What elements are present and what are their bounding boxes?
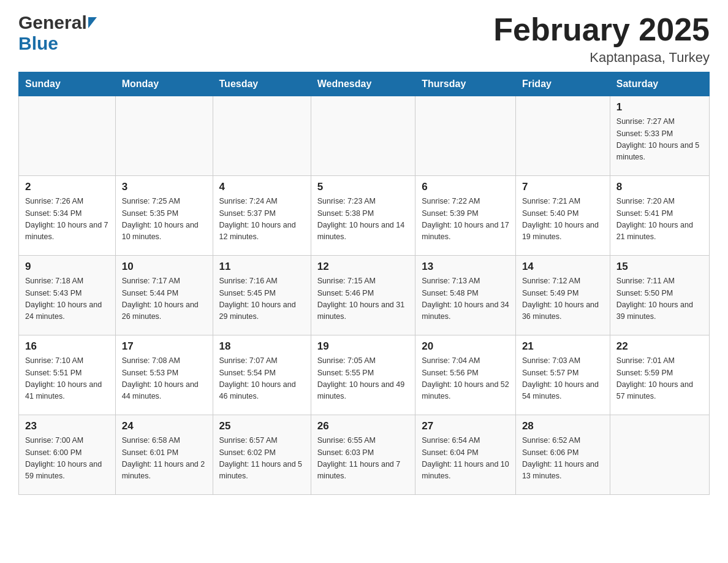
day-number: 20: [422, 340, 509, 353]
day-number: 25: [219, 420, 305, 432]
day-info: Sunrise: 6:58 AM Sunset: 6:01 PM Dayligh…: [122, 435, 207, 483]
day-info: Sunrise: 7:20 AM Sunset: 5:41 PM Dayligh…: [616, 196, 703, 243]
col-thursday: Thursday: [415, 72, 516, 96]
day-number: 4: [219, 181, 305, 193]
day-number: 10: [122, 261, 207, 273]
calendar-cell: [115, 96, 213, 176]
day-info: Sunrise: 7:18 AM Sunset: 5:43 PM Dayligh…: [25, 275, 109, 323]
logo-general-text: General: [18, 12, 87, 33]
calendar-week-2: 2Sunrise: 7:26 AM Sunset: 5:34 PM Daylig…: [19, 176, 710, 256]
day-info: Sunrise: 7:12 AM Sunset: 5:49 PM Dayligh…: [522, 275, 604, 323]
day-number: 17: [122, 340, 207, 353]
day-info: Sunrise: 6:52 AM Sunset: 6:06 PM Dayligh…: [522, 435, 604, 483]
day-info: Sunrise: 7:24 AM Sunset: 5:37 PM Dayligh…: [219, 196, 305, 243]
calendar-cell: [311, 96, 415, 176]
calendar-body: 1Sunrise: 7:27 AM Sunset: 5:33 PM Daylig…: [19, 96, 710, 495]
day-info: Sunrise: 7:17 AM Sunset: 5:44 PM Dayligh…: [122, 275, 207, 323]
day-number: 28: [522, 420, 604, 432]
day-number: 8: [616, 181, 703, 193]
calendar-cell: 7Sunrise: 7:21 AM Sunset: 5:40 PM Daylig…: [515, 176, 610, 256]
calendar-cell: 10Sunrise: 7:17 AM Sunset: 5:44 PM Dayli…: [115, 256, 213, 335]
calendar-cell: 19Sunrise: 7:05 AM Sunset: 5:55 PM Dayli…: [311, 335, 415, 415]
day-info: Sunrise: 7:27 AM Sunset: 5:33 PM Dayligh…: [616, 116, 703, 164]
day-info: Sunrise: 7:11 AM Sunset: 5:50 PM Dayligh…: [616, 275, 703, 323]
calendar-cell: 25Sunrise: 6:57 AM Sunset: 6:02 PM Dayli…: [213, 415, 311, 495]
calendar-table: Sunday Monday Tuesday Wednesday Thursday…: [18, 72, 710, 495]
day-number: 18: [219, 340, 305, 353]
day-info: Sunrise: 7:25 AM Sunset: 5:35 PM Dayligh…: [122, 196, 207, 243]
day-number: 26: [317, 420, 409, 432]
header: General Blue February 2025 Kaptanpasa, T…: [18, 12, 710, 66]
calendar-cell: 11Sunrise: 7:16 AM Sunset: 5:45 PM Dayli…: [213, 256, 311, 335]
day-info: Sunrise: 7:10 AM Sunset: 5:51 PM Dayligh…: [25, 355, 109, 403]
calendar-cell: 5Sunrise: 7:23 AM Sunset: 5:38 PM Daylig…: [311, 176, 415, 256]
calendar-cell: 4Sunrise: 7:24 AM Sunset: 5:37 PM Daylig…: [213, 176, 311, 256]
logo-arrow-icon: [88, 17, 97, 28]
day-info: Sunrise: 7:07 AM Sunset: 5:54 PM Dayligh…: [219, 355, 305, 403]
day-number: 2: [25, 181, 109, 193]
day-info: Sunrise: 7:26 AM Sunset: 5:34 PM Dayligh…: [25, 196, 109, 243]
day-info: Sunrise: 7:13 AM Sunset: 5:48 PM Dayligh…: [422, 275, 509, 323]
day-info: Sunrise: 7:23 AM Sunset: 5:38 PM Dayligh…: [317, 196, 409, 243]
day-number: 9: [25, 261, 109, 273]
calendar-cell: 17Sunrise: 7:08 AM Sunset: 5:53 PM Dayli…: [115, 335, 213, 415]
calendar-week-5: 23Sunrise: 7:00 AM Sunset: 6:00 PM Dayli…: [19, 415, 710, 495]
calendar-cell: 8Sunrise: 7:20 AM Sunset: 5:41 PM Daylig…: [610, 176, 709, 256]
day-number: 12: [317, 261, 409, 273]
col-wednesday: Wednesday: [311, 72, 415, 96]
calendar-cell: 27Sunrise: 6:54 AM Sunset: 6:04 PM Dayli…: [415, 415, 516, 495]
day-info: Sunrise: 7:15 AM Sunset: 5:46 PM Dayligh…: [317, 275, 409, 323]
day-number: 6: [422, 181, 509, 193]
day-number: 24: [122, 420, 207, 432]
day-info: Sunrise: 6:57 AM Sunset: 6:02 PM Dayligh…: [219, 435, 305, 483]
day-info: Sunrise: 7:16 AM Sunset: 5:45 PM Dayligh…: [219, 275, 305, 323]
calendar-cell: 2Sunrise: 7:26 AM Sunset: 5:34 PM Daylig…: [19, 176, 116, 256]
calendar-cell: [515, 96, 610, 176]
calendar-cell: [610, 415, 709, 495]
day-info: Sunrise: 7:01 AM Sunset: 5:59 PM Dayligh…: [616, 355, 703, 403]
calendar-cell: 16Sunrise: 7:10 AM Sunset: 5:51 PM Dayli…: [19, 335, 116, 415]
calendar-week-3: 9Sunrise: 7:18 AM Sunset: 5:43 PM Daylig…: [19, 256, 710, 335]
calendar-cell: 24Sunrise: 6:58 AM Sunset: 6:01 PM Dayli…: [115, 415, 213, 495]
day-number: 16: [25, 340, 109, 353]
day-number: 21: [522, 340, 604, 353]
calendar-week-1: 1Sunrise: 7:27 AM Sunset: 5:33 PM Daylig…: [19, 96, 710, 176]
calendar-cell: [415, 96, 516, 176]
calendar-header-row: Sunday Monday Tuesday Wednesday Thursday…: [19, 72, 710, 96]
calendar-cell: 1Sunrise: 7:27 AM Sunset: 5:33 PM Daylig…: [610, 96, 709, 176]
calendar-cell: 20Sunrise: 7:04 AM Sunset: 5:56 PM Dayli…: [415, 335, 516, 415]
day-number: 19: [317, 340, 409, 353]
calendar-cell: 3Sunrise: 7:25 AM Sunset: 5:35 PM Daylig…: [115, 176, 213, 256]
calendar-cell: 15Sunrise: 7:11 AM Sunset: 5:50 PM Dayli…: [610, 256, 709, 335]
day-number: 13: [422, 261, 509, 273]
day-info: Sunrise: 7:04 AM Sunset: 5:56 PM Dayligh…: [422, 355, 509, 403]
day-number: 27: [422, 420, 509, 432]
calendar-cell: 12Sunrise: 7:15 AM Sunset: 5:46 PM Dayli…: [311, 256, 415, 335]
calendar-cell: 22Sunrise: 7:01 AM Sunset: 5:59 PM Dayli…: [610, 335, 709, 415]
day-number: 11: [219, 261, 305, 273]
day-number: 1: [616, 101, 703, 113]
calendar-cell: 9Sunrise: 7:18 AM Sunset: 5:43 PM Daylig…: [19, 256, 116, 335]
calendar-title: February 2025: [493, 12, 710, 47]
calendar-cell: 21Sunrise: 7:03 AM Sunset: 5:57 PM Dayli…: [515, 335, 610, 415]
calendar-header: Sunday Monday Tuesday Wednesday Thursday…: [19, 72, 710, 96]
calendar-cell: [19, 96, 116, 176]
logo: General Blue: [18, 12, 97, 54]
calendar-cell: 6Sunrise: 7:22 AM Sunset: 5:39 PM Daylig…: [415, 176, 516, 256]
day-info: Sunrise: 6:54 AM Sunset: 6:04 PM Dayligh…: [422, 435, 509, 483]
calendar-week-4: 16Sunrise: 7:10 AM Sunset: 5:51 PM Dayli…: [19, 335, 710, 415]
title-area: February 2025 Kaptanpasa, Turkey: [493, 12, 710, 66]
calendar-cell: 26Sunrise: 6:55 AM Sunset: 6:03 PM Dayli…: [311, 415, 415, 495]
day-info: Sunrise: 7:05 AM Sunset: 5:55 PM Dayligh…: [317, 355, 409, 403]
day-info: Sunrise: 7:22 AM Sunset: 5:39 PM Dayligh…: [422, 196, 509, 243]
calendar-cell: 18Sunrise: 7:07 AM Sunset: 5:54 PM Dayli…: [213, 335, 311, 415]
col-monday: Monday: [115, 72, 213, 96]
calendar-cell: 28Sunrise: 6:52 AM Sunset: 6:06 PM Dayli…: [515, 415, 610, 495]
day-number: 7: [522, 181, 604, 193]
day-info: Sunrise: 6:55 AM Sunset: 6:03 PM Dayligh…: [317, 435, 409, 483]
calendar-cell: [213, 96, 311, 176]
calendar-cell: 14Sunrise: 7:12 AM Sunset: 5:49 PM Dayli…: [515, 256, 610, 335]
day-number: 5: [317, 181, 409, 193]
col-sunday: Sunday: [19, 72, 116, 96]
logo-blue-text: Blue: [18, 33, 58, 53]
